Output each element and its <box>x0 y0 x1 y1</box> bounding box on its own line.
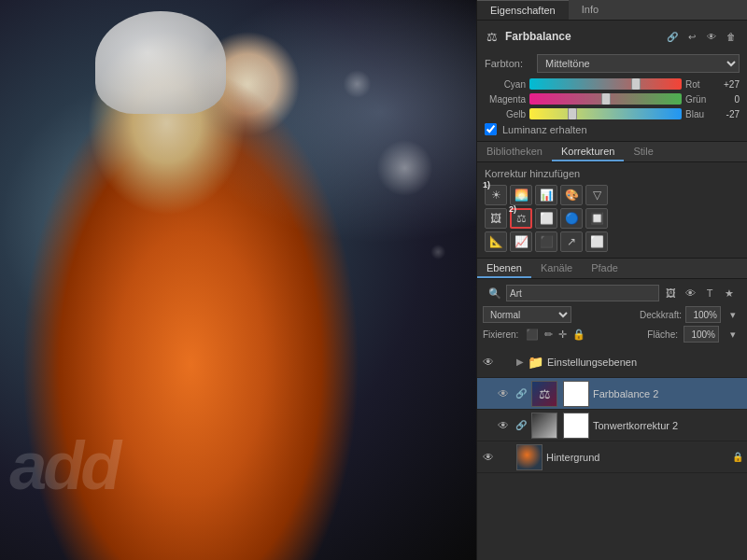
cyan-rot-slider[interactable] <box>529 78 682 90</box>
korr-kurven[interactable]: 📊 <box>535 185 557 205</box>
gelb-blau-slider[interactable] <box>529 108 682 119</box>
layer-vis-group[interactable]: 👁 <box>481 355 496 370</box>
korrektur-row-1: 1) ☀ 🌅 📊 🎨 ▽ <box>485 185 740 205</box>
gelb-blau-row: Gelb Blau -27 <box>485 108 740 119</box>
layer-controls: 🔍 🖼 👁 T ★ Normal Multiplizieren Bildschi… <box>477 279 747 346</box>
layer-hintergrund[interactable]: 👁 Hintergrund 🔒 <box>477 441 747 473</box>
reset-btn[interactable]: ↩ <box>684 28 700 45</box>
flaeche-input[interactable] <box>684 326 719 343</box>
hintergrund-layer-name: Hintergrund <box>546 452 728 463</box>
blend-opacity-row: Normal Multiplizieren Bildschirm Deckkra… <box>483 306 741 323</box>
layer-vis-farbbalance[interactable]: 👁 <box>496 386 511 401</box>
korr-tontrennung[interactable]: 📈 <box>510 231 532 252</box>
korrektur-section: Korrektur hinzufügen 1) ☀ 🌅 📊 🎨 ▽ 🖼 <box>477 162 747 258</box>
search-icon[interactable]: 🔍 <box>486 285 503 301</box>
fix-all-icon[interactable]: 🔒 <box>572 329 585 341</box>
fix-transparent-icon[interactable]: ⬛ <box>526 329 539 341</box>
luminanz-checkbox[interactable] <box>485 123 497 135</box>
opacity-arrow[interactable]: ▾ <box>725 306 741 323</box>
fixieren-row: Fixieren: ⬛ ✏ ✛ 🔒 Fläche: ▾ <box>483 326 741 343</box>
korr-vibrance[interactable]: ▽ <box>585 185 608 205</box>
delete-btn[interactable]: 🗑 <box>723 28 740 45</box>
korr-fotofilter[interactable]: 🔵 <box>560 208 583 229</box>
cyan-rot-row: Cyan Rot +27 <box>485 78 740 90</box>
tonwert-layer-name: Tonwertkorrektur 2 <box>593 420 743 431</box>
layer-group-einstellungsebenen[interactable]: 👁 ▶ 📁 Einstellungsebenen <box>477 346 747 378</box>
farbton-row: Farbton: Mitteltöne Tiefen Lichter <box>485 54 740 73</box>
luminanz-label: Luminanz erhalten <box>502 124 587 135</box>
korr-verlaufsumsetzung[interactable]: ↗ <box>560 231 583 252</box>
mid-section: Bibliotheken Korrekturen Stile Korrektur… <box>477 142 747 259</box>
layer-vis-hintergrund[interactable]: 👁 <box>481 450 496 465</box>
korr-schwarzweiss[interactable]: ⬜ <box>535 208 557 229</box>
top-tabs: Eigenschaften Info <box>477 0 747 21</box>
layer-search-input[interactable] <box>506 285 659 301</box>
korr-farbton[interactable]: 🌅 <box>510 185 532 205</box>
tab-bibliotheken[interactable]: Bibliotheken <box>477 142 552 161</box>
farbbalance-thumb: ⚖ <box>531 381 557 407</box>
panel-title-row: ⚖ Farbbalance 🔗 ↩ 👁 🗑 <box>485 26 740 47</box>
panel-toolbar: 🔗 ↩ 👁 🗑 <box>664 26 740 47</box>
gelb-label: Gelb <box>485 109 526 119</box>
korr-umkehren[interactable]: 📐 <box>485 231 507 252</box>
gelb-blau-handle[interactable] <box>568 108 577 119</box>
folder-icon: 📁 <box>528 355 543 370</box>
korrektur-row-2: 🖼 2) ⚖ ⬜ 🔵 🔲 <box>485 208 740 229</box>
korr-belichtung[interactable]: 🎨 <box>560 185 583 205</box>
farbbalance-layer-name: Farbbalance 2 <box>593 388 743 399</box>
layer-visibility-icon[interactable]: 👁 <box>682 285 698 301</box>
group-layer-name: Einstellungsebenen <box>547 357 743 368</box>
blend-mode-select[interactable]: Normal Multiplizieren Bildschirm <box>483 306 571 323</box>
tab-info[interactable]: Info <box>569 0 612 20</box>
luminanz-row: Luminanz erhalten <box>485 123 740 135</box>
korr-kanalmi2[interactable]: 🔲 <box>585 208 608 229</box>
group-expand-arrow[interactable]: ▶ <box>516 357 524 367</box>
fix-move-icon[interactable]: ✛ <box>558 329 567 341</box>
magenta-label: Magenta <box>485 94 526 105</box>
link-btn[interactable]: 🔗 <box>664 28 681 45</box>
flaeche-arrow[interactable]: ▾ <box>725 326 741 343</box>
cyan-label: Cyan <box>485 79 526 90</box>
layer-effect-icon[interactable]: ★ <box>721 285 738 301</box>
magenta-gruen-row: Magenta Grün 0 <box>485 93 740 105</box>
magenta-gruen-slider[interactable] <box>529 93 682 105</box>
tab-eigenschaften[interactable]: Eigenschaften <box>477 0 569 20</box>
farbbalance-mask-thumb <box>563 381 589 407</box>
korr-farbbalance[interactable]: 2) ⚖ <box>510 208 532 229</box>
layer-vis-tonwert[interactable]: 👁 <box>496 418 511 433</box>
rot-label: Rot <box>685 79 712 90</box>
adidas-logo: add <box>9 427 118 504</box>
farbton-select[interactable]: Mitteltöne Tiefen Lichter <box>537 54 740 73</box>
tonwert-mask-thumb <box>563 413 589 439</box>
layer-list: 👁 ▶ 📁 Einstellungsebenen 👁 🔗 ⚖ Farbbalan… <box>477 346 747 560</box>
properties-panel: ⚖ Farbbalance 🔗 ↩ 👁 🗑 Farbton: Mitteltön… <box>477 21 747 142</box>
opacity-input[interactable] <box>685 306 721 323</box>
cyan-rot-value: +27 <box>715 79 740 90</box>
layer-link-group <box>500 356 513 369</box>
layer-type-icon[interactable]: T <box>701 285 718 301</box>
korr-schwellenwert[interactable]: ⬛ <box>535 231 557 252</box>
korr-helligkeit[interactable]: 1) ☀ <box>485 185 507 205</box>
tab-korrekturen[interactable]: Korrekturen <box>552 142 624 161</box>
tab-pfade[interactable]: Pfade <box>582 259 627 278</box>
visibility-btn[interactable]: 👁 <box>703 28 720 45</box>
number-2-badge: 2) <box>509 204 516 214</box>
magenta-gruen-value: 0 <box>715 94 740 105</box>
tab-kanaele[interactable]: Kanäle <box>531 259 582 278</box>
layer-farbbalance[interactable]: 👁 🔗 ⚖ Farbbalance 2 <box>477 378 747 410</box>
fix-paint-icon[interactable]: ✏ <box>544 329 553 341</box>
number-1-badge: 1) <box>483 180 490 189</box>
layer-new-icon[interactable]: 🖼 <box>662 285 679 301</box>
tab-stile[interactable]: Stile <box>624 142 662 161</box>
cyan-rot-handle[interactable] <box>631 78 641 90</box>
hintergrund-thumb <box>516 444 543 470</box>
magenta-gruen-handle[interactable] <box>601 93 611 105</box>
korrektur-title: Korrektur hinzufügen <box>485 168 740 179</box>
korrektur-icon-grid: 1) ☀ 🌅 📊 🎨 ▽ 🖼 2) ⚖ ⬜ 🔵 <box>485 185 740 252</box>
korr-kanalmi[interactable]: 🖼 <box>485 208 507 229</box>
korr-selektivefarbe[interactable]: ⬜ <box>585 231 608 252</box>
fixieren-label: Fixieren: <box>483 329 520 340</box>
layer-tonwert[interactable]: 👁 🔗 Tonwertkorrektur 2 <box>477 410 747 441</box>
tab-ebenen[interactable]: Ebenen <box>477 259 531 278</box>
farbbalance-icon: ⚖ <box>485 29 500 44</box>
